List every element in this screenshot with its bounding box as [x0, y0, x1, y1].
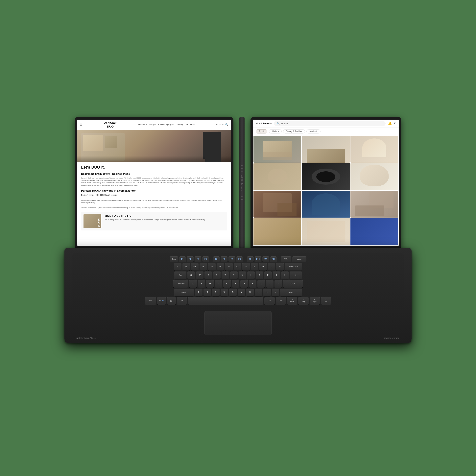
key-5[interactable]: %5: [217, 263, 224, 271]
mood-image-1[interactable]: [254, 136, 301, 163]
key-f2[interactable]: F2: [187, 256, 194, 262]
key-7[interactable]: &7: [234, 263, 241, 271]
key-w[interactable]: W: [196, 272, 204, 279]
mood-image-9[interactable]: [350, 191, 398, 218]
key-s[interactable]: S: [198, 280, 205, 288]
key-u[interactable]: U: [238, 272, 246, 279]
key-9[interactable]: (9: [251, 263, 258, 271]
mood-image-12[interactable]: [350, 218, 398, 245]
key-e[interactable]: E: [204, 272, 212, 279]
key-8[interactable]: *8: [242, 263, 250, 271]
tag-stylish[interactable]: Stylish: [256, 129, 267, 134]
key-equals[interactable]: +=: [276, 263, 284, 271]
mood-image-8[interactable]: [302, 191, 350, 218]
key-lctrl[interactable]: Ctrl: [145, 297, 156, 305]
touchpad[interactable]: [204, 311, 272, 335]
bell-icon[interactable]: 🔔: [388, 121, 392, 125]
key-f3[interactable]: F3: [195, 256, 201, 262]
key-m[interactable]: M: [246, 289, 254, 296]
search-bar[interactable]: 🔍: [274, 121, 386, 126]
hamburger-icon[interactable]: ☰: [80, 123, 83, 126]
key-ralt[interactable]: Alt: [264, 297, 275, 305]
key-delete[interactable]: Delete: [292, 256, 306, 262]
key-z[interactable]: Z: [195, 289, 203, 296]
mood-image-6[interactable]: [350, 163, 398, 190]
key-n[interactable]: N: [238, 289, 245, 296]
mood-image-2[interactable]: [302, 136, 350, 163]
key-capslock[interactable]: Caps Lock: [173, 280, 188, 288]
key-x[interactable]: X: [204, 289, 211, 296]
key-f1[interactable]: F1: [179, 256, 186, 262]
mood-image-5[interactable]: [302, 163, 350, 190]
key-h[interactable]: H: [232, 280, 239, 288]
key-1[interactable]: !1: [183, 263, 190, 271]
key-f[interactable]: F: [215, 280, 222, 288]
key-rshift[interactable]: Shift ⇧: [280, 289, 302, 296]
key-f6[interactable]: F6: [221, 256, 227, 262]
key-q[interactable]: Q: [187, 272, 195, 279]
mood-image-4[interactable]: [254, 163, 301, 190]
key-enter[interactable]: Enter: [283, 280, 303, 288]
key-3[interactable]: #3: [200, 263, 207, 271]
key-rbracket[interactable]: }]: [281, 272, 289, 279]
key-space[interactable]: [188, 297, 263, 305]
key-lbracket[interactable]: {[: [273, 272, 280, 279]
key-k[interactable]: K: [249, 280, 256, 288]
key-g[interactable]: G: [223, 280, 231, 288]
search-icon-left[interactable]: 🔍: [225, 123, 228, 126]
key-j[interactable]: J: [240, 280, 248, 288]
mood-image-3[interactable]: [350, 136, 398, 163]
tag-aesthetic[interactable]: Aesthetic: [306, 129, 321, 134]
key-p[interactable]: P: [264, 272, 272, 279]
key-prtsc[interactable]: Prt Sc: [281, 256, 291, 262]
nav-link-more[interactable]: More Info: [186, 124, 195, 126]
key-home[interactable]: ◄Home: [287, 297, 297, 305]
nav-link-versatility[interactable]: Versatility: [138, 124, 147, 126]
mood-board-button[interactable]: Mood Board ▾: [256, 122, 272, 125]
key-win[interactable]: ⊞: [167, 297, 176, 305]
key-f4[interactable]: F4: [202, 256, 209, 262]
mood-image-7[interactable]: [254, 191, 301, 218]
mail-icon[interactable]: ✉: [393, 121, 396, 125]
key-backtick[interactable]: ~`: [174, 263, 182, 271]
key-f7[interactable]: F7: [228, 256, 235, 262]
key-tab[interactable]: Tab: [174, 272, 187, 279]
key-period[interactable]: >.: [263, 289, 271, 296]
key-r[interactable]: R: [213, 272, 221, 279]
key-semicolon[interactable]: :;: [266, 280, 273, 288]
key-t[interactable]: T: [221, 272, 229, 279]
key-f9[interactable]: F9: [247, 256, 254, 262]
key-slash[interactable]: ?/: [272, 289, 279, 296]
key-2[interactable]: @2: [191, 263, 199, 271]
key-y[interactable]: Y: [230, 272, 238, 279]
key-backspace[interactable]: Backspace: [285, 263, 302, 271]
key-f10[interactable]: F10: [255, 256, 261, 262]
key-b[interactable]: B: [229, 289, 237, 296]
key-l[interactable]: L: [257, 280, 265, 288]
nav-link-privacy[interactable]: Privacy: [177, 124, 184, 126]
key-v[interactable]: V: [221, 289, 228, 296]
tag-trendy[interactable]: Trendy & Fashion: [283, 129, 305, 134]
key-pgdn[interactable]: ▼PgDn: [310, 297, 320, 305]
key-i[interactable]: I: [247, 272, 255, 279]
nav-link-features[interactable]: Feature highlights: [158, 124, 174, 126]
key-d[interactable]: D: [206, 280, 214, 288]
key-c[interactable]: C: [212, 289, 220, 296]
key-quote[interactable]: "': [274, 280, 282, 288]
key-a[interactable]: A: [189, 280, 197, 288]
key-fnlk[interactable]: FnLkFn: [157, 297, 166, 305]
key-lalt[interactable]: Alt: [177, 297, 187, 305]
key-lshift[interactable]: Shift ⇧: [174, 289, 194, 296]
nav-link-design[interactable]: Design: [149, 124, 155, 126]
key-f8[interactable]: F8: [236, 256, 243, 262]
key-pgup[interactable]: ▲PgUp: [298, 297, 309, 305]
key-f11[interactable]: F11: [262, 256, 269, 262]
key-f5[interactable]: F5: [213, 256, 220, 262]
key-esc[interactable]: Esc: [170, 256, 178, 262]
key-6[interactable]: ^6: [225, 263, 233, 271]
tag-modern[interactable]: Modern: [269, 129, 282, 134]
key-f12[interactable]: F12: [270, 256, 277, 262]
key-rctrl[interactable]: Ctrl: [276, 297, 286, 305]
key-o[interactable]: O: [256, 272, 263, 279]
key-4[interactable]: $4: [208, 263, 216, 271]
